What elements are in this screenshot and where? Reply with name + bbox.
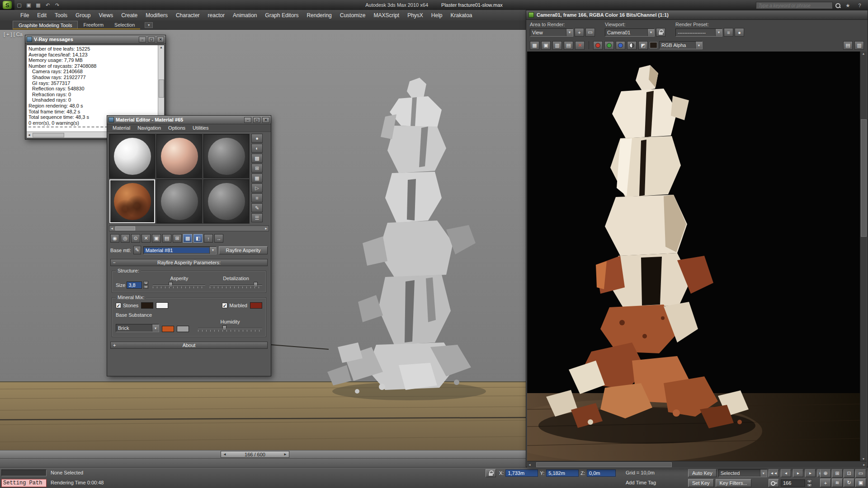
scrollbar-thumb[interactable] [159, 80, 164, 98]
background-color-swatch[interactable] [650, 42, 657, 48]
maximize-icon[interactable]: ▢ [253, 117, 260, 123]
app-menu-button[interactable]: S [0, 0, 14, 10]
time-slider[interactable]: ◄ 166 / 600 ► [0, 450, 526, 458]
print-image-icon[interactable]: ▤ [564, 41, 573, 50]
tab-graphite-modeling-tools[interactable]: Graphite Modeling Tools [13, 21, 78, 28]
material-slot-active[interactable] [109, 179, 155, 223]
copy-image-icon[interactable]: ▣ [541, 41, 551, 50]
menu-utilities[interactable]: Utilities [189, 125, 212, 131]
show-end-result-icon[interactable]: ◧ [193, 234, 203, 243]
effects-channel-icon[interactable]: ⊞ [173, 234, 182, 243]
go-to-parent-icon[interactable]: ↑ [204, 234, 213, 243]
help-icon[interactable]: ? [855, 1, 864, 10]
favorites-star-icon[interactable]: ★ [843, 1, 853, 10]
monochrome-channel-icon[interactable] [627, 41, 637, 50]
asperity-slider[interactable] [153, 282, 205, 289]
red-channel-icon[interactable] [593, 41, 603, 50]
sample-type-icon[interactable]: ● [251, 134, 263, 143]
menu-maxscript[interactable]: MAXScript [369, 10, 403, 21]
sample-slots-scrollbar[interactable]: ◄ ► [109, 225, 269, 231]
close-icon[interactable]: ✕ [262, 117, 269, 123]
material-editor-titlebar[interactable]: Material Editor - Material #65 – ▢ ✕ [107, 116, 271, 124]
render-window-titlebar[interactable]: Camera01, frame 166, RGBA Color 16 Bits/… [526, 10, 868, 20]
zoom-region-icon[interactable]: ▭ [855, 469, 866, 478]
render-horizontal-scrollbar[interactable]: ◄ ► [527, 461, 867, 468]
maximize-icon[interactable]: ▢ [148, 37, 155, 42]
eyedropper-icon[interactable]: ✎ [133, 246, 141, 254]
scroll-up-icon[interactable]: ▲ [160, 46, 163, 49]
material-slot[interactable] [156, 179, 202, 223]
base-substance-dropdown[interactable]: Brick ▼ [116, 324, 159, 332]
viewport-dropdown[interactable]: Camera01 ▼ [605, 28, 655, 37]
play-button[interactable]: ► [793, 469, 803, 477]
clear-image-icon[interactable]: ✕ [575, 41, 585, 50]
marbled-checkbox[interactable]: ✓ Marbled [222, 303, 247, 308]
save-image-icon[interactable]: ▦ [530, 41, 539, 50]
menu-views[interactable]: Views [94, 10, 117, 21]
tab-freeform[interactable]: Freeform [78, 21, 109, 28]
auto-region-icon[interactable]: ▭ [585, 28, 595, 37]
minimize-icon[interactable]: – [139, 37, 146, 42]
go-to-start-button[interactable]: ◄◄ [769, 469, 779, 477]
menu-options[interactable]: Options [165, 125, 189, 131]
viewport-label[interactable]: [ + ] [ Ca [4, 32, 23, 37]
edit-region-icon[interactable]: + [575, 28, 584, 37]
show-map-in-viewport-icon[interactable]: ▩ [183, 234, 192, 243]
scroll-right-icon[interactable]: ► [863, 463, 866, 466]
reset-map-icon[interactable]: ✕ [142, 234, 151, 243]
undo-icon[interactable]: ↶ [43, 0, 52, 9]
frame-up-icon[interactable]: ▲ [807, 479, 812, 483]
scrollbar-thumb[interactable] [536, 462, 672, 467]
scroll-left-icon[interactable]: ◄ [28, 133, 31, 136]
auto-key-button[interactable]: Auto Key [688, 469, 717, 477]
menu-create[interactable]: Create [117, 10, 142, 21]
menu-tools[interactable]: Tools [51, 10, 71, 21]
assign-material-icon[interactable]: ⊙ [131, 234, 140, 243]
minimize-icon[interactable]: – [244, 117, 251, 123]
substance-color2-swatch[interactable] [177, 326, 189, 332]
options-icon[interactable]: ≡ [251, 193, 263, 202]
menu-krakatoa[interactable]: Krakatoa [447, 10, 476, 21]
spin-up-icon[interactable]: ▲ [143, 281, 148, 285]
scroll-up-icon[interactable]: ▲ [862, 52, 865, 55]
search-icon[interactable] [835, 3, 841, 9]
scrollbar-thumb[interactable] [115, 226, 135, 230]
menu-file[interactable]: File [16, 10, 33, 21]
sample-tiling-icon[interactable]: ⊞ [251, 164, 263, 173]
go-forward-icon[interactable]: → [214, 234, 223, 243]
walk-through-icon[interactable]: ≋ [832, 479, 843, 487]
scroll-right-icon[interactable]: ► [264, 227, 268, 230]
current-frame-field[interactable]: 166 [781, 479, 805, 487]
detalization-slider[interactable] [210, 282, 262, 289]
render-preset-dropdown[interactable]: ----------------- ▼ [675, 28, 722, 37]
menu-edit[interactable]: Edit [33, 10, 51, 21]
channel-display-dropdown[interactable]: RGB Alpha ▼ [659, 41, 703, 49]
next-frame-icon[interactable]: ► [283, 452, 287, 456]
menu-modifiers[interactable]: Modifiers [142, 10, 172, 21]
spin-down-icon[interactable]: ▼ [143, 285, 148, 289]
size-field[interactable]: 3,8 [127, 282, 142, 289]
stones-color1-swatch[interactable] [141, 302, 153, 309]
get-material-icon[interactable]: ◉ [110, 234, 119, 243]
menu-customize[interactable]: Customize [336, 10, 370, 21]
zoom-icon[interactable]: ⊕ [820, 469, 831, 478]
redo-icon[interactable]: ↷ [52, 0, 62, 9]
open-file-icon[interactable]: ▣ [24, 0, 33, 9]
rollout-about[interactable]: + About [110, 342, 268, 349]
clone-window-icon[interactable]: ▥ [552, 41, 562, 50]
zoom-extents-icon[interactable]: ⊡ [844, 469, 854, 478]
render-vertical-scrollbar[interactable]: ▲ ▼ [860, 52, 867, 461]
marbled-color-swatch[interactable] [250, 302, 262, 309]
menu-graph-editors[interactable]: Graph Editors [261, 10, 302, 21]
menu-animation[interactable]: Animation [229, 10, 261, 21]
stones-color2-swatch[interactable] [156, 302, 168, 309]
previous-frame-button[interactable]: ◄ [781, 469, 791, 477]
render-setup-icon[interactable]: ≡ [724, 28, 733, 37]
menu-physx[interactable]: PhysX [403, 10, 427, 21]
set-key-button[interactable]: Set Key [688, 479, 714, 487]
scrollbar-thumb[interactable] [33, 133, 64, 137]
material-slot[interactable] [203, 179, 249, 223]
scrollbar-thumb[interactable] [861, 119, 867, 237]
next-frame-button[interactable]: ► [805, 469, 816, 477]
make-preview-icon[interactable]: ▷ [251, 183, 263, 192]
